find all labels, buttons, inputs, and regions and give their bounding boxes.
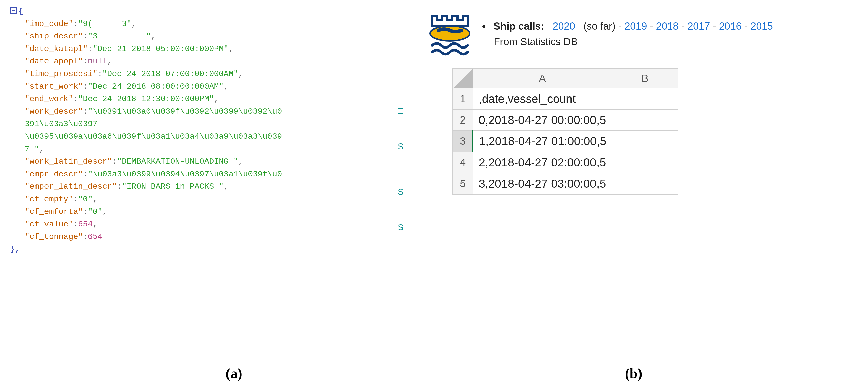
json-block: { "imo_code":"9( 3", "ship_descr":"3 ", … — [10, 5, 392, 256]
year-link-2019[interactable]: 2019 — [625, 21, 647, 32]
json-line: "cf_empty":"0", — [10, 193, 392, 205]
json-line: "end_work":"Dec 24 2018 12:30:00:000PM", — [10, 93, 392, 105]
cell[interactable] — [612, 88, 678, 109]
json-line: "work_descr":"\u0391\u03a0\u039f\u0392\u… — [10, 105, 392, 118]
json-line: "imo_code":"9( 3", — [10, 18, 392, 30]
json-line: "date_apopl":null, — [10, 55, 392, 68]
row-header[interactable]: 1 — [453, 88, 473, 109]
column-header-B[interactable]: B — [612, 68, 678, 88]
cell[interactable] — [612, 109, 678, 131]
table-row[interactable]: 42,2018-04-27 02:00:00,5 — [453, 152, 678, 173]
table-row[interactable]: 53,2018-04-27 03:00:00,5 — [453, 173, 678, 194]
json-line: "cf_emforta":"0", — [10, 205, 392, 218]
year-link-2020[interactable]: 2020 — [553, 21, 575, 32]
bullet-icon — [482, 25, 485, 28]
tick-mark-icon: Ξ — [398, 106, 403, 116]
year-link-2016[interactable]: 2016 — [719, 21, 741, 32]
row-header[interactable]: 3 — [453, 131, 473, 152]
dash-separator: - — [710, 21, 719, 32]
json-line: "start_work":"Dec 24 2018 08:00:00:000AM… — [10, 80, 392, 93]
json-line: "ship_descr":"3 ", — [10, 30, 392, 43]
dash-separator: - — [678, 21, 687, 32]
json-line: "cf_tonnage":654 — [10, 231, 392, 243]
ship-calls-line: Ship calls: 2020 (so far) - 2019 - 2018 … — [482, 18, 773, 50]
right-panel: Ship calls: 2020 (so far) - 2019 - 2018 … — [399, 0, 868, 388]
year-link-2015[interactable]: 2015 — [750, 21, 773, 32]
right-header: Ship calls: 2020 (so far) - 2019 - 2018 … — [425, 15, 860, 58]
cell[interactable]: 1,2018-04-27 01:00:00,5 — [473, 131, 612, 152]
figure-caption-a: (a) — [226, 365, 242, 381]
cell[interactable]: 3,2018-04-27 03:00:00,5 — [473, 173, 612, 194]
cell[interactable] — [612, 131, 678, 152]
from-stats-db: From Statistics DB — [494, 34, 773, 50]
tick-mark-icon: S — [398, 187, 404, 197]
so-far-text: (so far) — [584, 21, 616, 32]
json-line: "work_latin_descr":"DEMBARKATION-UNLOADI… — [10, 155, 392, 168]
spreadsheet[interactable]: A B 1,date,vessel_count20,2018-04-27 00:… — [453, 68, 678, 195]
json-line: "cf_value":654, — [10, 218, 392, 231]
table-row[interactable]: 20,2018-04-27 00:00:00,5 — [453, 109, 678, 131]
year-link-2017[interactable]: 2017 — [687, 21, 710, 32]
json-line: 7 ", — [10, 143, 392, 156]
dash-separator: - — [647, 21, 656, 32]
table-row[interactable]: 31,2018-04-27 01:00:00,5 — [453, 131, 678, 152]
cell[interactable]: 0,2018-04-27 00:00:00,5 — [473, 109, 612, 131]
json-line: "time_prosdesi":"Dec 24 2018 07:00:00:00… — [10, 68, 392, 80]
tick-mark-icon: S — [398, 222, 404, 232]
row-header[interactable]: 4 — [453, 152, 473, 173]
json-line: \u0395\u039a\u03a6\u039f\u03a1\u03a4\u03… — [10, 130, 392, 143]
sheet-corner-selectall[interactable] — [453, 68, 473, 88]
port-authority-logo — [425, 15, 475, 58]
dash-separator: - — [741, 21, 750, 32]
json-line: "date_katapl":"Dec 21 2018 05:00:00:000P… — [10, 43, 392, 55]
cell[interactable] — [612, 173, 678, 194]
json-source-panel: { "imo_code":"9( 3", "ship_descr":"3 ", … — [0, 0, 399, 388]
json-line: 391\u03a3\u0397- — [10, 118, 392, 130]
svg-point-0 — [430, 26, 470, 41]
row-header[interactable]: 2 — [453, 109, 473, 131]
dash-separator: - — [618, 21, 624, 32]
json-line: "empor_latin_descr":"IRON BARS in PACKS … — [10, 181, 392, 193]
row-header[interactable]: 5 — [453, 173, 473, 194]
ship-calls-label: Ship calls: — [494, 21, 544, 32]
tick-mark-icon: S — [398, 141, 404, 151]
year-link-2018[interactable]: 2018 — [656, 21, 678, 32]
table-row[interactable]: 1,date,vessel_count — [453, 88, 678, 109]
json-line: "empr_descr":"\u03a3\u0399\u0394\u0397\u… — [10, 168, 392, 181]
cell[interactable]: ,date,vessel_count — [473, 88, 612, 109]
figure-caption-b: (b) — [625, 365, 642, 381]
collapse-icon[interactable] — [10, 7, 17, 13]
cell[interactable] — [612, 152, 678, 173]
column-header-A[interactable]: A — [473, 68, 612, 88]
cell[interactable]: 2,2018-04-27 02:00:00,5 — [473, 152, 612, 173]
